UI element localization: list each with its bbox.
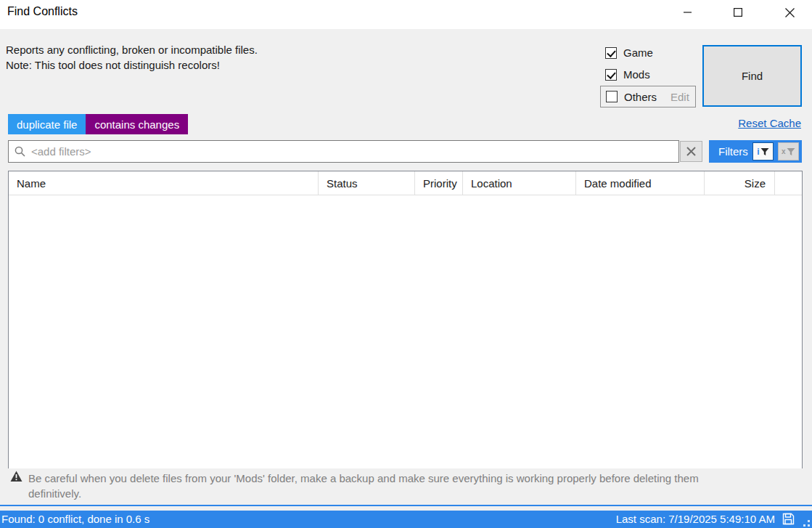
- legend-tags: duplicate file contains changes: [8, 114, 188, 134]
- filters-block: Filters i x: [709, 140, 802, 163]
- maximize-button[interactable]: [721, 0, 755, 25]
- checkbox-row-mods[interactable]: Mods: [605, 68, 650, 81]
- column-header-name[interactable]: Name: [9, 171, 319, 195]
- filters-label: Filters: [718, 145, 748, 158]
- intro-line2: Note: This tool does not distinguish rec…: [6, 57, 258, 73]
- status-bar: Found: 0 conflict, done in 0.6 s Last sc…: [0, 511, 812, 528]
- checkbox-row-game[interactable]: Game: [605, 46, 653, 59]
- game-checkbox[interactable]: [605, 47, 617, 59]
- mods-checkbox[interactable]: [605, 69, 617, 81]
- edit-others-link[interactable]: Edit: [670, 91, 689, 103]
- column-header-priority[interactable]: Priority: [415, 171, 463, 195]
- remove-filter-button[interactable]: x: [778, 142, 799, 161]
- find-conflicts-window: Find Conflicts Reports any conflicting, …: [0, 0, 812, 528]
- window-title: Find Conflicts: [7, 5, 78, 18]
- column-header-empty: [775, 171, 802, 195]
- minimize-icon: [684, 8, 692, 17]
- results-table: Name Status Priority Location Date modif…: [8, 171, 803, 468]
- intro-line1: Reports any conflicting, broken or incom…: [6, 42, 258, 57]
- contains-changes-tag: contains changes: [86, 114, 188, 134]
- table-body-empty[interactable]: [9, 195, 802, 468]
- info-glyph: i: [757, 148, 759, 155]
- minimize-button[interactable]: [671, 0, 705, 25]
- close-button[interactable]: [773, 0, 806, 25]
- search-input[interactable]: [31, 145, 673, 158]
- resize-grip[interactable]: [800, 517, 811, 527]
- filter-bar: Filters i x: [8, 140, 802, 163]
- duplicate-file-tag: duplicate file: [8, 114, 86, 134]
- column-header-date-modified[interactable]: Date modified: [576, 171, 705, 195]
- column-header-status[interactable]: Status: [319, 171, 415, 195]
- mods-checkbox-label: Mods: [623, 68, 650, 81]
- title-bar: Find Conflicts: [0, 0, 812, 29]
- table-header-row: Name Status Priority Location Date modif…: [9, 171, 802, 195]
- maximize-icon: [734, 8, 742, 17]
- save-icon[interactable]: [782, 513, 795, 525]
- column-header-size[interactable]: Size: [705, 171, 775, 195]
- last-scan-text: Last scan: 7/19/2025 5:49:10 AM: [616, 513, 775, 525]
- search-icon: [15, 146, 25, 157]
- game-checkbox-label: Game: [623, 46, 653, 59]
- checkbox-group-others: Others Edit: [600, 86, 696, 107]
- reset-cache-link[interactable]: Reset Cache: [738, 117, 801, 129]
- warning-text: Be careful when you delete files from yo…: [28, 471, 747, 501]
- search-box[interactable]: [8, 140, 679, 163]
- others-checkbox-label: Others: [624, 91, 657, 103]
- clear-x-icon: [686, 147, 696, 156]
- warning-note: Be careful when you delete files from yo…: [10, 471, 747, 501]
- close-icon: [785, 8, 795, 17]
- clear-search-button[interactable]: [680, 141, 702, 162]
- find-button[interactable]: Find: [702, 45, 802, 107]
- status-separator: [0, 505, 812, 506]
- add-filter-button[interactable]: i: [752, 142, 774, 161]
- others-checkbox[interactable]: [606, 91, 618, 102]
- intro-text: Reports any conflicting, broken or incom…: [6, 42, 258, 73]
- filter-funnel-icon: [760, 147, 769, 156]
- scan-result-text: Found: 0 conflict, done in 0.6 s: [1, 513, 149, 525]
- x-glyph: x: [782, 148, 786, 155]
- column-header-location[interactable]: Location: [463, 171, 576, 195]
- filter-funnel-disabled-icon: [787, 147, 795, 156]
- warning-icon: [10, 471, 22, 482]
